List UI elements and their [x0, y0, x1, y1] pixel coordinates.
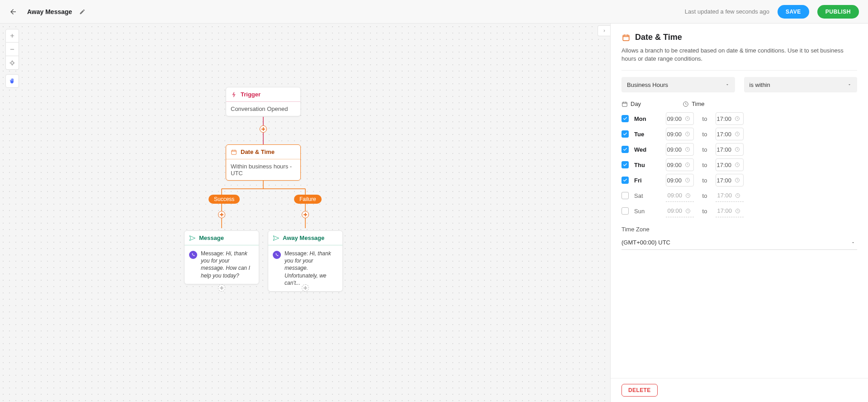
to-label: to	[699, 208, 710, 215]
send-icon	[273, 235, 279, 241]
clock-icon	[685, 131, 690, 137]
add-node-success-branch[interactable]	[218, 211, 225, 218]
day-checkbox-sat[interactable]	[621, 192, 629, 199]
zoom-in-button[interactable]	[5, 29, 19, 43]
message-prefix: Message:	[201, 250, 226, 257]
end-time-input[interactable]: 17:00	[716, 143, 744, 156]
day-row-sat: Sat09:00to17:00	[621, 189, 857, 202]
timezone-value: (GMT+00:00) UTC	[621, 239, 670, 246]
publish-button[interactable]: PUBLISH	[817, 5, 859, 19]
end-time-input[interactable]: 17:00	[716, 112, 744, 125]
chevron-down-icon	[725, 82, 730, 87]
canvas[interactable]: Trigger Conversation Opened Date & Time …	[0, 24, 610, 402]
node-message-failure-header: Away Message	[268, 231, 342, 245]
clock-icon	[685, 208, 691, 214]
pencil-icon	[79, 9, 85, 15]
page-title: Away Message	[27, 8, 72, 15]
panel-footer: DELETE	[611, 378, 868, 402]
check-icon	[623, 132, 627, 136]
day-column-header: Day	[621, 100, 641, 107]
day-row-mon: Mon09:00to17:00	[621, 112, 857, 125]
panel-title-row: Date & Time	[621, 33, 857, 42]
to-label: to	[699, 177, 710, 184]
operator-select-value: is within	[749, 81, 770, 88]
node-message-failure[interactable]: Away Message Message: Hi, thank you for …	[268, 230, 343, 292]
mode-select[interactable]: Business Hours	[621, 77, 735, 92]
collapse-panel-button[interactable]	[598, 25, 610, 36]
day-checkbox-tue[interactable]	[621, 130, 629, 138]
send-icon	[189, 235, 195, 241]
mode-select-value: Business Hours	[627, 81, 668, 88]
start-time-input[interactable]: 09:00	[666, 205, 694, 217]
end-time-input[interactable]: 17:00	[716, 158, 744, 171]
to-label: to	[699, 192, 710, 199]
chevron-down-icon	[847, 82, 852, 87]
day-label: Fri	[634, 177, 660, 184]
timezone-select[interactable]: (GMT+00:00) UTC	[621, 235, 857, 250]
condition-selectors: Business Hours is within	[621, 77, 857, 92]
node-datetime[interactable]: Date & Time Within business hours - UTC	[226, 144, 301, 181]
header-right: Last updated a few seconds ago SAVE PUBL…	[685, 5, 859, 19]
day-checkbox-sun[interactable]	[621, 207, 629, 215]
operator-select[interactable]: is within	[744, 77, 858, 92]
day-checkbox-thu[interactable]	[621, 161, 629, 168]
panel-divider	[621, 70, 857, 71]
clock-icon	[735, 177, 740, 183]
day-row-sun: Sun09:00to17:00	[621, 204, 857, 218]
day-checkbox-fri[interactable]	[621, 177, 629, 184]
add-node-after-trigger[interactable]	[260, 125, 267, 133]
add-node-failure-branch[interactable]	[302, 211, 309, 218]
start-time-input[interactable]: 09:00	[666, 174, 694, 187]
end-time-input[interactable]: 17:00	[716, 189, 744, 202]
arrow-left-icon	[9, 8, 17, 16]
clock-icon	[685, 116, 690, 121]
check-icon	[623, 163, 627, 167]
side-panel: Date & Time Allows a branch to be create…	[610, 24, 868, 402]
bolt-icon	[231, 91, 237, 98]
svg-rect-2	[623, 35, 629, 40]
edit-title-button[interactable]	[79, 9, 85, 15]
end-time-input[interactable]: 17:00	[716, 174, 744, 187]
back-button[interactable]	[9, 8, 17, 16]
day-row-wed: Wed09:00to17:00	[621, 143, 857, 156]
end-time-input[interactable]: 17:00	[716, 205, 744, 217]
to-label: to	[699, 131, 710, 138]
channel-avatar-icon	[273, 251, 281, 259]
day-label: Wed	[634, 146, 660, 153]
node-message-success[interactable]: Message Message: Hi, thank you for your …	[184, 230, 259, 284]
clock-icon	[683, 101, 689, 107]
delete-button[interactable]: DELETE	[621, 384, 658, 397]
day-label: Thu	[634, 162, 660, 168]
header: Away Message Last updated a few seconds …	[0, 0, 868, 24]
svg-point-0	[11, 62, 14, 64]
start-time-input[interactable]: 09:00	[666, 189, 694, 202]
minus-icon	[9, 46, 15, 53]
zoom-out-button[interactable]	[5, 43, 19, 56]
node-datetime-header: Date & Time	[226, 145, 300, 159]
node-message-success-body: Message: Hi, thank you for your message.…	[185, 245, 259, 284]
add-node-after-failure[interactable]	[302, 284, 309, 292]
branch-success-pill: Success	[209, 195, 240, 204]
message-prefix: Message:	[285, 250, 309, 257]
save-button[interactable]: SAVE	[778, 5, 809, 19]
node-trigger-header: Trigger	[226, 87, 300, 102]
start-time-input[interactable]: 09:00	[666, 143, 694, 156]
add-node-after-success[interactable]	[218, 284, 225, 292]
last-updated: Last updated a few seconds ago	[685, 8, 769, 15]
node-message-failure-title: Away Message	[283, 234, 324, 241]
start-time-input[interactable]: 09:00	[666, 112, 694, 125]
channel-avatar-icon	[189, 251, 197, 259]
day-checkbox-wed[interactable]	[621, 146, 629, 153]
start-time-input[interactable]: 09:00	[666, 158, 694, 171]
day-checkbox-mon[interactable]	[621, 115, 629, 122]
end-time-input[interactable]: 17:00	[716, 128, 744, 140]
header-left: Away Message	[9, 8, 685, 16]
node-trigger[interactable]: Trigger Conversation Opened	[226, 87, 301, 116]
start-time-input[interactable]: 09:00	[666, 128, 694, 140]
timezone-label: Time Zone	[621, 226, 857, 233]
crosshair-icon	[9, 60, 15, 66]
pan-button[interactable]	[5, 74, 19, 88]
days-list: Mon09:00to17:00Tue09:00to17:00Wed09:00to…	[621, 112, 857, 220]
center-button[interactable]	[5, 56, 19, 70]
to-label: to	[699, 146, 710, 153]
